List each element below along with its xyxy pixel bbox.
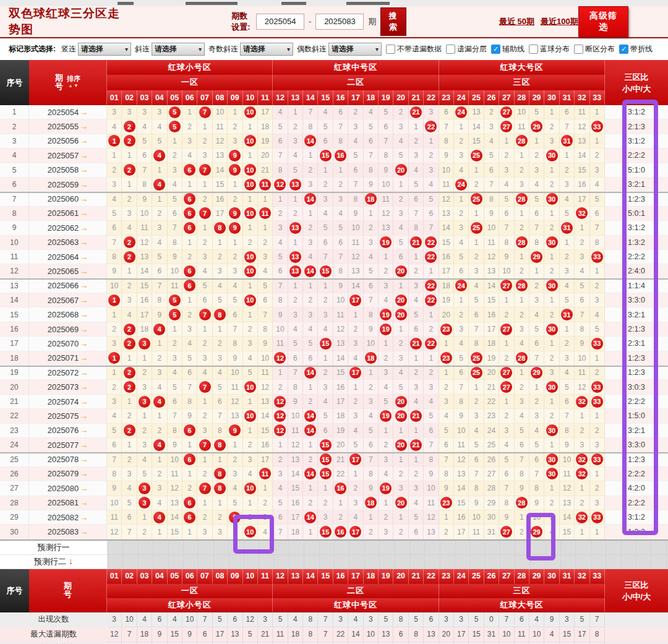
filter-checkbox-辅助线[interactable]: ✓辅助线 — [491, 44, 525, 54]
period-column-header: 期号排序▲▼ — [29, 60, 107, 105]
omission-value: 3 — [308, 238, 312, 247]
trend-cell: 4 — [288, 148, 303, 163]
trend-cell: 1 — [228, 525, 242, 539]
trend-cell: 9 — [273, 307, 288, 322]
trend-cell: 1 — [243, 221, 258, 235]
omission-value: 16 — [442, 252, 450, 261]
prediction-row-label[interactable]: 预测行一 — [0, 541, 108, 555]
trend-cell: 13 — [469, 105, 484, 119]
checkbox-unchecked-icon[interactable] — [446, 45, 455, 54]
omission-value: 3 — [233, 137, 237, 145]
prediction-row-label[interactable]: 预测行二↓ — [0, 555, 108, 569]
omission-value: 4 — [158, 499, 162, 507]
trend-cell: 4 — [228, 279, 242, 293]
row-period: 2025061→ — [29, 207, 107, 221]
red-ball-25: 25 — [471, 352, 482, 364]
trend-cell: 11 — [333, 307, 348, 322]
trend-cell: 2 — [515, 264, 529, 278]
trend-cell: 2 — [107, 163, 122, 178]
trend-cell: 3 — [424, 105, 439, 119]
omission-value: 15 — [563, 528, 571, 536]
omission-value: 2 — [369, 383, 373, 392]
search-button[interactable]: 搜索 — [380, 7, 406, 36]
omission-value: 1 — [399, 455, 403, 464]
column-number-header: 09 — [228, 90, 242, 105]
stat-value: 31 — [484, 627, 499, 642]
trend-row-2025062: 92025062→6411376189113132551021348714325… — [0, 221, 668, 235]
sort-control[interactable]: 排序▲▼ — [67, 75, 80, 89]
trend-cell: 6 — [439, 105, 454, 119]
trend-cell: 7 — [454, 380, 469, 394]
omission-value: 3 — [354, 122, 358, 131]
filter-checkbox-遗漏分层[interactable]: 遗漏分层 — [446, 44, 487, 54]
period-to-input[interactable] — [315, 14, 364, 30]
filter-select-dropdown[interactable]: 请选择▾ — [152, 43, 205, 56]
period-from-input[interactable] — [256, 14, 304, 30]
trend-cell: 2 — [122, 424, 137, 438]
red-ball-4: 4 — [153, 179, 165, 191]
trend-cell: 21 — [333, 452, 348, 466]
checkbox-checked-icon[interactable]: ✓ — [619, 45, 628, 54]
trend-cell: 4 — [152, 496, 167, 510]
column-number-header: 32 — [575, 569, 589, 584]
omission-value: 4 — [369, 108, 373, 116]
recent-50-link[interactable]: 最近 50期 — [499, 16, 534, 27]
trend-row-2025071: 182025071→111235339410126611441823112352… — [0, 351, 668, 366]
row-period-number: 2025070 — [48, 339, 79, 348]
trend-cell: 2 — [499, 351, 514, 366]
zone-ratio-value: 3:2:1 — [605, 178, 668, 192]
row-period: 2025083→ — [29, 525, 107, 539]
trend-cell: 4 — [364, 250, 379, 264]
red-ball-18: 18 — [365, 352, 377, 364]
trend-cell: 2 — [454, 134, 469, 148]
trend-row-2025079: 262025079→835211128341131414152218422981… — [0, 467, 668, 481]
trend-cell: 1 — [228, 236, 242, 250]
red-ball-15: 15 — [320, 439, 332, 451]
red-ball-11: 11 — [259, 207, 271, 219]
filter-checkbox-带折线[interactable]: ✓带折线 — [619, 44, 653, 54]
red-ball-3: 3 — [139, 497, 150, 509]
filter-checkbox-不带遗漏数据[interactable]: 不带遗漏数据 — [386, 44, 442, 54]
filter-checkbox-断区分布[interactable]: 断区分布 — [574, 44, 615, 54]
checkbox-unchecked-icon[interactable] — [386, 45, 395, 54]
omission-value: 2 — [308, 296, 312, 304]
trend-cell: 4 — [197, 366, 212, 380]
omission-value: 3 — [112, 180, 116, 189]
filter-select-dropdown[interactable]: 请选择▾ — [328, 43, 382, 56]
filter-checkbox-蓝球分布[interactable]: 蓝球分布 — [529, 44, 570, 54]
filter-select-dropdown[interactable]: 请选择▾ — [78, 43, 131, 56]
checkbox-unchecked-icon[interactable] — [529, 45, 538, 54]
omission-value: 3 — [187, 137, 192, 145]
checkbox-checked-icon[interactable]: ✓ — [491, 45, 500, 54]
filter-select-dropdown[interactable]: 请选择▾ — [240, 43, 293, 56]
trend-cell: 1 — [303, 207, 318, 221]
omission-value: 3 — [520, 325, 524, 333]
advanced-filter-button[interactable]: 高级筛选 — [578, 6, 628, 37]
red-ball-2: 2 — [124, 324, 135, 335]
trend-cell: 2 — [122, 134, 137, 148]
checkbox-unchecked-icon[interactable] — [574, 45, 583, 54]
trend-cell: 2 — [544, 409, 559, 423]
recent-100-link[interactable]: 最近100期 — [541, 16, 578, 27]
omission-value: 1 — [308, 281, 312, 290]
trend-cell: 6 — [168, 395, 182, 409]
omission-value: 4 — [142, 455, 147, 464]
omission-value: 8 — [534, 238, 539, 247]
red-ball-20: 20 — [395, 497, 407, 509]
trend-cell: 13 — [333, 337, 348, 351]
omission-value: 10 — [427, 484, 435, 492]
omission-value: 2 — [383, 440, 388, 449]
omission-value: 8 — [278, 166, 283, 174]
trend-cell: 2 — [529, 395, 544, 409]
omission-value: 2 — [142, 528, 147, 536]
trend-cell: 10 — [288, 409, 303, 423]
trend-cell: 2 — [575, 236, 589, 250]
filter-bar-label: 标记形式选择: — [9, 44, 56, 54]
trend-cell: 3 — [575, 438, 589, 452]
sort-arrows-icon[interactable]: ▲▼ — [68, 82, 79, 89]
omission-value: 2 — [550, 180, 554, 189]
period-column-header: 期号 — [29, 569, 107, 612]
trend-cell: 3 — [197, 424, 212, 438]
stat-value: 5 — [575, 612, 589, 627]
trend-cell: 3 — [258, 510, 273, 525]
